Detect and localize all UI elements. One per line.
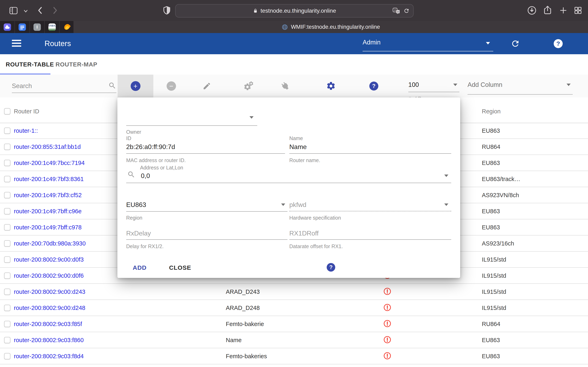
row-checkbox[interactable]	[4, 208, 10, 214]
router-region: EU863/track…	[482, 175, 520, 182]
router-id-link[interactable]: router-1::	[14, 127, 38, 134]
remove-router-button[interactable]: −	[160, 75, 182, 98]
tab-router-map[interactable]: ROUTER-MAP	[56, 54, 97, 75]
row-checkbox[interactable]	[4, 143, 10, 150]
router-name: ARAD_D243	[226, 288, 260, 295]
add-column-select[interactable]: Add Column	[467, 75, 573, 98]
rxdelay-input[interactable]: RxDelay	[126, 230, 151, 237]
router-name: Femto-bakerie	[226, 320, 264, 327]
table-row: router-200:8002:9c03:f860NameEU863	[0, 332, 588, 348]
col-header-router-id: Router ID	[14, 108, 39, 115]
router-id-link[interactable]: router-200:1c49:7bf3:8361	[14, 175, 84, 182]
router-region: IL915/std	[482, 272, 506, 279]
firebase-icon	[63, 24, 71, 31]
warning-icon	[383, 303, 391, 312]
pencil-icon	[203, 82, 211, 90]
row-checkbox[interactable]	[4, 176, 10, 182]
back-icon[interactable]	[35, 5, 45, 16]
shield-icon[interactable]	[162, 5, 172, 16]
tab-strip: I USDA WMIF:testnode.eu.thingularity.onl…	[0, 21, 588, 33]
row-checkbox[interactable]	[4, 256, 10, 263]
share-icon[interactable]	[542, 5, 553, 16]
router-id-link[interactable]: router-200:1c49:7bff:c978	[14, 224, 82, 231]
downloads-icon[interactable]	[527, 5, 537, 16]
row-checkbox[interactable]	[4, 240, 10, 247]
add-button[interactable]: ADD	[133, 264, 147, 271]
connect-button[interactable]	[274, 75, 296, 98]
close-button[interactable]: CLOSE	[169, 264, 191, 271]
router-id-link[interactable]: router-200:855:31af:bb1d	[14, 143, 81, 150]
address-input[interactable]: 0,0	[141, 172, 150, 180]
row-checkbox[interactable]	[4, 192, 10, 198]
router-id-link[interactable]: router-200:8002:9c03:f85f	[14, 320, 82, 327]
reload-icon[interactable]	[403, 8, 410, 14]
router-id-link[interactable]: router-200:8002:9c00:d0f6	[14, 272, 84, 279]
chevron-down-icon[interactable]	[23, 8, 29, 14]
add-router-dialog: Owner ID 2b:26:a0:ff:90:7d MAC address o…	[117, 98, 460, 278]
row-checkbox[interactable]	[4, 224, 10, 230]
gears-icon	[243, 81, 254, 91]
router-id-link[interactable]: router-200:8002:9c00:d248	[14, 304, 85, 311]
name-input[interactable]: Name	[289, 143, 307, 151]
id-input[interactable]: 2b:26:a0:ff:90:7d	[126, 143, 175, 151]
router-id-link[interactable]: router-200:8002:9c03:f8d4	[14, 353, 84, 359]
pinned-tab-icloud[interactable]	[0, 21, 15, 33]
router-id-link[interactable]: router-200:8002:9c00:d0f3	[14, 256, 84, 263]
table-row: router-200:8002:9c03:f8d4Femto-bakeriesE…	[0, 348, 588, 364]
search-input[interactable]: Search	[12, 75, 116, 98]
url-text: testnode.eu.thingularity.online	[260, 8, 336, 14]
pinned-tab-i[interactable]: I	[30, 21, 45, 33]
router-id-link[interactable]: router-200:8002:9c03:f860	[14, 337, 84, 343]
row-checkbox[interactable]	[4, 127, 10, 134]
new-tab-icon[interactable]	[559, 6, 568, 15]
toolbar-help-button[interactable]: ?	[363, 75, 385, 98]
router-id-link[interactable]: router-200:1c49:7bf3:cf52	[14, 192, 82, 198]
forward-icon[interactable]	[50, 5, 60, 16]
pinned-tab-usda[interactable]: USDA	[45, 21, 60, 33]
table-settings-button[interactable]	[320, 75, 342, 98]
pinned-tab-docs[interactable]	[15, 21, 30, 33]
router-id-link[interactable]: router-200:8002:9c00:d243	[14, 288, 85, 295]
rx1droff-input[interactable]: RX1DRoff	[289, 230, 319, 237]
router-id-link[interactable]: router-200:70db:980a:3930	[14, 240, 86, 247]
refresh-button[interactable]	[510, 38, 521, 49]
row-checkbox[interactable]	[4, 321, 10, 327]
plug-icon	[280, 81, 290, 91]
router-region: RU864	[482, 143, 500, 150]
table-toolbar: Search + − ? 100 Add Column	[0, 75, 588, 98]
pinned-tab-firebase[interactable]	[60, 21, 75, 33]
hardware-select[interactable]: pkfwd	[289, 201, 306, 209]
tab-router-table[interactable]: ROUTER-TABLE	[6, 54, 54, 75]
account-select[interactable]: Admin	[363, 33, 493, 54]
router-id-link[interactable]: router-200:1c49:7bcc:7194	[14, 159, 85, 166]
url-bar[interactable]: testnode.eu.thingularity.online Aa	[175, 4, 414, 17]
add-router-button[interactable]: +	[118, 75, 153, 98]
dialog-help-icon[interactable]: ?	[327, 263, 335, 272]
row-checkbox[interactable]	[4, 337, 10, 343]
help-button[interactable]: ?	[553, 38, 563, 49]
row-checkbox[interactable]	[4, 272, 10, 279]
search-placeholder: Search	[12, 82, 32, 90]
router-id-link[interactable]: router-200:1c49:7bff:c96e	[14, 208, 82, 215]
globe-icon	[282, 24, 288, 30]
settings-gears-button[interactable]	[237, 75, 260, 98]
sidebar-icon[interactable]	[9, 6, 18, 16]
router-region: EU863	[482, 159, 500, 166]
row-checkbox[interactable]	[4, 353, 10, 359]
tab-overview-icon[interactable]	[573, 6, 583, 15]
row-checkbox[interactable]	[4, 305, 10, 311]
region-select[interactable]: EU863	[126, 201, 146, 209]
caret-down-icon	[486, 42, 490, 44]
edit-button[interactable]	[196, 75, 218, 98]
search-icon	[108, 82, 116, 90]
i-app-icon: I	[34, 24, 41, 31]
row-checkbox[interactable]	[4, 289, 10, 295]
active-tab[interactable]: WMIF:testnode.eu.thingularity.online	[73, 21, 588, 33]
page-size-select[interactable]: 100	[408, 75, 459, 98]
router-region: IL915/std	[482, 256, 506, 263]
svg-text:a: a	[397, 10, 399, 13]
row-checkbox[interactable]	[4, 160, 10, 166]
select-all-checkbox[interactable]	[4, 108, 10, 115]
menu-icon[interactable]	[12, 40, 21, 48]
translate-icon[interactable]: Aa	[392, 7, 400, 14]
